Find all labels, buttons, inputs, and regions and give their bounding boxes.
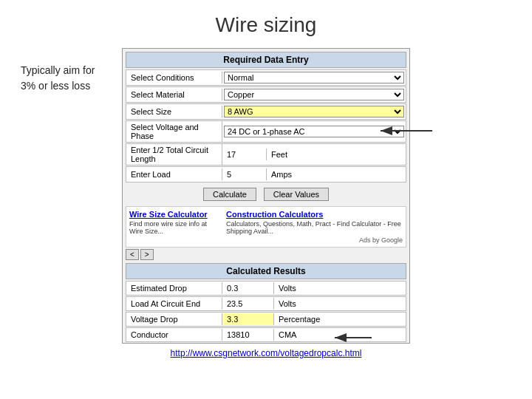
voltage-drop-value: 3.3 bbox=[222, 313, 274, 325]
select-conditions-input[interactable]: Normal bbox=[224, 72, 404, 83]
ads-link-1[interactable]: Wire Size Calculator bbox=[129, 210, 219, 219]
load-unit: Amps bbox=[267, 168, 406, 180]
select-conditions-row: Select Conditions Normal bbox=[126, 69, 406, 86]
estimated-drop-label: Estimated Drop bbox=[126, 282, 222, 294]
results-header: Calculated Results bbox=[126, 263, 406, 279]
load-circuit-end-value: 23.5 bbox=[222, 298, 274, 310]
conductor-label: Conductor bbox=[126, 329, 222, 341]
voltage-drop-label: Voltage Drop bbox=[126, 313, 222, 325]
ads-desc-2: Calculators, Questions, Math, Pract - Fi… bbox=[226, 220, 403, 235]
arrow2-icon bbox=[331, 329, 375, 347]
select-voltage-label: Select Voltage and Phase bbox=[126, 121, 222, 142]
ads-links: Wire Size Calculator Find more wire size… bbox=[129, 210, 403, 235]
ads-section: Wire Size Calculator Find more wire size… bbox=[126, 206, 406, 248]
load-input[interactable] bbox=[227, 170, 262, 179]
estimated-drop-value: 0.3 bbox=[222, 282, 274, 294]
load-circuit-end-unit: Volts bbox=[274, 298, 406, 310]
circuit-length-row: Enter 1/2 Total Circuit Length Feet bbox=[126, 143, 406, 166]
select-size-wrapper[interactable]: 8 AWG bbox=[222, 105, 406, 118]
voltage-drop-unit: Percentage bbox=[274, 313, 406, 325]
select-size-row: Select Size 8 AWG bbox=[126, 103, 406, 120]
left-description: Typically aim for 3% or less loss bbox=[21, 63, 95, 94]
clear-button[interactable]: Clear Values bbox=[264, 188, 329, 201]
load-label: Enter Load bbox=[126, 168, 222, 180]
estimated-drop-row: Estimated Drop 0.3 Volts bbox=[126, 281, 406, 296]
select-material-wrapper[interactable]: Copper bbox=[222, 88, 406, 101]
ads-by: Ads by Google bbox=[129, 236, 403, 244]
select-material-label: Select Material bbox=[126, 89, 222, 100]
circuit-length-unit: Feet bbox=[267, 149, 406, 160]
calculate-button[interactable]: Calculate bbox=[203, 188, 256, 201]
load-value bbox=[222, 168, 267, 180]
footer-link[interactable]: http://www.csgnetwork.com/voltagedropcal… bbox=[0, 348, 532, 358]
voltage-drop-row: Voltage Drop 3.3 Percentage bbox=[126, 312, 406, 327]
circuit-length-input[interactable] bbox=[227, 150, 262, 159]
ads-link-2[interactable]: Construction Calculators bbox=[226, 210, 403, 219]
select-conditions-label: Select Conditions bbox=[126, 72, 222, 83]
next-button[interactable]: > bbox=[140, 249, 154, 260]
nav-buttons: < > bbox=[126, 249, 406, 260]
required-data-header: Required Data Entry bbox=[126, 52, 406, 68]
load-row: Enter Load Amps bbox=[126, 166, 406, 183]
page-title: Wire sizing bbox=[0, 0, 532, 44]
select-voltage-row: Select Voltage and Phase 24 DC or 1-phas… bbox=[126, 120, 406, 143]
select-conditions-wrapper[interactable]: Normal bbox=[222, 71, 406, 84]
arrow1-icon bbox=[377, 120, 436, 142]
load-circuit-end-label: Load At Circuit End bbox=[126, 298, 222, 310]
load-circuit-end-row: Load At Circuit End 23.5 Volts bbox=[126, 296, 406, 311]
select-size-input[interactable]: 8 AWG bbox=[224, 106, 404, 117]
prev-button[interactable]: < bbox=[126, 249, 139, 260]
estimated-drop-unit: Volts bbox=[274, 282, 406, 294]
circuit-length-label: Enter 1/2 Total Circuit Length bbox=[126, 144, 222, 165]
select-material-input[interactable]: Copper bbox=[224, 89, 404, 100]
calculator-box: Required Data Entry Select Conditions No… bbox=[122, 48, 410, 344]
select-size-label: Select Size bbox=[126, 106, 222, 117]
select-material-row: Select Material Copper bbox=[126, 86, 406, 103]
conductor-value: 13810 bbox=[222, 329, 274, 341]
buttons-row: Calculate Clear Values bbox=[126, 185, 406, 203]
circuit-length-value bbox=[222, 149, 267, 160]
ads-desc-1: Find more wire size info at Wire Size... bbox=[129, 220, 219, 235]
